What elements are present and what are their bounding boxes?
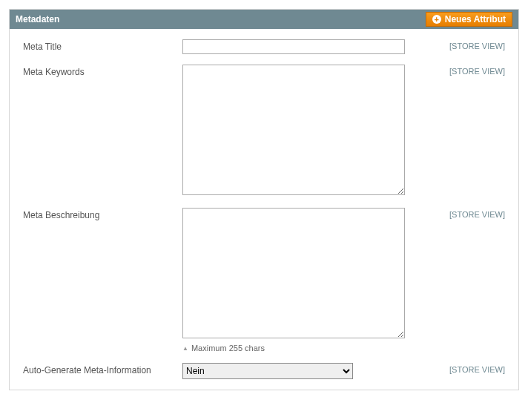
new-attribute-button[interactable]: + Neues Attribut	[426, 12, 512, 27]
auto-generate-select[interactable]: Nein	[182, 363, 353, 379]
panel-body: Meta Title [STORE VIEW] Meta Keywords [S…	[10, 29, 518, 390]
scope-meta-title: [STORE VIEW]	[405, 39, 505, 50]
meta-keywords-textarea[interactable]	[182, 65, 405, 195]
scope-auto-generate: [STORE VIEW]	[405, 363, 505, 374]
plus-icon: +	[432, 15, 441, 24]
row-meta-title: Meta Title [STORE VIEW]	[23, 39, 505, 54]
label-meta-keywords: Meta Keywords	[23, 65, 182, 77]
note-arrow-icon: ▲	[182, 345, 188, 352]
meta-title-input[interactable]	[182, 39, 405, 54]
new-attribute-label: Neues Attribut	[445, 14, 506, 24]
meta-description-note: ▲ Maximum 255 chars	[182, 344, 405, 352]
meta-description-textarea[interactable]	[182, 208, 405, 338]
row-auto-generate: Auto-Generate Meta-Information Nein [STO…	[23, 363, 505, 379]
note-text: Maximum 255 chars	[191, 344, 265, 352]
scope-meta-description: [STORE VIEW]	[405, 208, 505, 219]
label-auto-generate: Auto-Generate Meta-Information	[23, 363, 182, 375]
row-meta-keywords: Meta Keywords [STORE VIEW]	[23, 65, 505, 197]
row-meta-description: Meta Beschreibung ▲ Maximum 255 chars [S…	[23, 208, 505, 352]
metadata-panel: Metadaten + Neues Attribut Meta Title [S…	[9, 9, 519, 390]
label-meta-description: Meta Beschreibung	[23, 208, 182, 220]
panel-title: Metadaten	[16, 14, 59, 24]
panel-header: Metadaten + Neues Attribut	[10, 10, 518, 29]
label-meta-title: Meta Title	[23, 39, 182, 52]
scope-meta-keywords: [STORE VIEW]	[405, 65, 505, 76]
